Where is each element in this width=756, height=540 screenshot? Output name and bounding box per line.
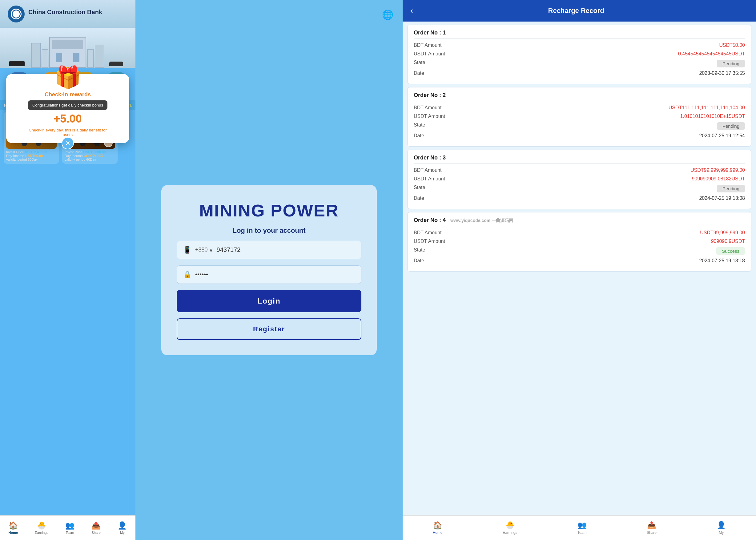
order-4-usdt-val: 909090.9USDT xyxy=(711,239,745,244)
order-3-date-row: Date 2024-07-25 19:13:08 xyxy=(414,196,745,201)
order-card-3: Order No : 3 BDT Amount USDT99,999,999,9… xyxy=(407,150,751,209)
vip3-income-label: Day Income xyxy=(64,154,83,158)
p3-home-label: Home xyxy=(433,530,442,535)
vip2-validity-val: 60Day xyxy=(28,158,38,161)
vip3-validity-val: 60Day xyxy=(86,158,96,161)
order-2-state-label: State xyxy=(414,122,451,128)
vip3-validity-label: validity period xyxy=(64,158,85,161)
order-card-1: Order No : 1 BDT Amount USDT50.00 USDT A… xyxy=(407,25,751,84)
p3-my-icon: 👤 xyxy=(716,521,726,530)
order-4-state-badge: Success xyxy=(716,247,745,255)
panel3-bottom-nav: 🏠 Home 🐣 Earnings 👥 Team 📤 Share 👤 My xyxy=(403,515,756,540)
order-4-state-label: State xyxy=(414,247,451,253)
nav-home-label: Home xyxy=(9,531,18,534)
checkin-amount: +5.00 xyxy=(54,112,81,125)
p3-nav-team[interactable]: 👥 Team xyxy=(577,521,587,535)
nav-home[interactable]: 🏠 Home xyxy=(9,521,18,534)
share-icon: 📤 xyxy=(91,521,101,530)
order-2-state-badge: Pending xyxy=(717,122,745,130)
bank-image-section: China Construction Bank xyxy=(0,0,135,68)
p3-nav-earnings[interactable]: 🐣 Earnings xyxy=(503,521,517,535)
p3-team-label: Team xyxy=(577,530,586,535)
vip2-invest-label: Invest Price xyxy=(6,150,24,154)
nav-earnings-label: Earnings xyxy=(35,531,48,534)
phone-input-group[interactable]: 📱 +880 ∨ xyxy=(177,241,361,259)
back-button[interactable]: ‹ xyxy=(410,6,413,16)
lock-icon: 🔒 xyxy=(183,271,191,279)
register-button[interactable]: Register xyxy=(177,318,361,340)
vip2-income-label: Day Income xyxy=(6,154,24,158)
nav-team[interactable]: 👥 Team xyxy=(65,521,74,534)
vip2-invest-val: USDT2,400.00 xyxy=(25,150,48,154)
password-input[interactable] xyxy=(195,271,355,278)
order-1-date-row: Date 2023-09-30 17:35:55 xyxy=(414,70,745,76)
order-3-usdt-val: 909090909.08182USDT xyxy=(692,176,745,182)
order-3-date-label: Date xyxy=(414,196,451,201)
panel-app-home: China Construction Bank 💳 Rechar xyxy=(0,0,135,540)
login-button[interactable]: Login xyxy=(177,290,361,312)
order-1-bdt-row: BDT Amount USDT50.00 xyxy=(414,43,745,48)
close-button[interactable]: ✕ xyxy=(62,137,74,149)
p3-nav-share[interactable]: 📤 Share xyxy=(647,521,657,535)
bottom-nav: 🏠 Home 🐣 Earnings 👥 Team 📤 Share 👤 My xyxy=(0,515,135,540)
phone-input[interactable] xyxy=(217,246,355,253)
p3-earnings-icon: 🐣 xyxy=(505,521,515,530)
order-3-usdt-row: USDT Amount 909090909.08182USDT xyxy=(414,176,745,182)
order-2-date-label: Date xyxy=(414,133,451,139)
checkin-title: Check-in rewards xyxy=(45,91,91,98)
checkin-modal: 🎁 Check-in rewards Congratulations get d… xyxy=(6,74,129,143)
order-1-number: Order No : 1 xyxy=(414,30,745,39)
order-2-usdt-val: 1.0101010101010E+15USDT xyxy=(680,114,745,119)
order-1-usdt-val: 0.454545454545454545USDT xyxy=(678,51,745,57)
vip2-income-val: USDT96.00 xyxy=(25,154,43,158)
gift-icon: 🎁 xyxy=(55,65,81,90)
p3-nav-my[interactable]: 👤 My xyxy=(716,521,726,535)
order-3-state-badge: Pending xyxy=(717,185,745,193)
order-4-number: Order No : 4 www.yiqucode.com 一曲源码网 xyxy=(414,217,745,226)
order-2-bdt-val: USDT111,111,111,111,111,104.00 xyxy=(669,105,745,110)
order-3-state-label: State xyxy=(414,185,451,190)
recharge-header: ‹ Recharge Record xyxy=(403,0,756,22)
order-card-2: Order No : 2 BDT Amount USDT111,111,111,… xyxy=(407,87,751,147)
home-icon: 🏠 xyxy=(9,521,18,530)
order-2-usdt-label: USDT Amount xyxy=(414,114,451,119)
order-2-state-row: State Pending xyxy=(414,122,745,130)
order-4-state-row: State Success xyxy=(414,247,745,255)
p3-home-icon: 🏠 xyxy=(433,521,442,530)
p3-share-icon: 📤 xyxy=(647,521,656,530)
nav-share[interactable]: 📤 Share xyxy=(91,521,101,534)
login-card: MINING POWER Log in to your account 📱 +8… xyxy=(161,185,377,355)
order-1-date-label: Date xyxy=(414,70,451,76)
order-2-date-row: Date 2024-07-25 19:12:54 xyxy=(414,133,745,139)
nav-earnings[interactable]: 🐣 Earnings xyxy=(35,521,48,534)
recharge-title: Recharge Record xyxy=(418,7,734,15)
p3-share-label: Share xyxy=(647,530,657,535)
nav-team-label: Team xyxy=(66,531,74,534)
order-4-bdt-row: BDT Amount USDT99,999,999.00 xyxy=(414,230,745,235)
vip3-income-val: USDT210.00 xyxy=(84,154,103,158)
order-3-date-val: 2024-07-25 19:13:08 xyxy=(699,196,745,201)
team-icon: 👥 xyxy=(65,521,74,530)
order-4-usdt-row: USDT Amount 909090.9USDT xyxy=(414,239,745,244)
order-3-bdt-label: BDT Amount xyxy=(414,168,451,173)
order-2-date-val: 2024-07-25 19:12:54 xyxy=(699,133,745,139)
p3-nav-home[interactable]: 🏠 Home xyxy=(433,521,442,535)
checkin-tooltip: Congratulations get daily checkin bonus xyxy=(28,100,107,110)
order-4-bdt-label: BDT Amount xyxy=(414,230,451,235)
panel-login: 🌐 MINING POWER Log in to your account 📱 … xyxy=(135,0,403,540)
order-1-usdt-row: USDT Amount 0.454545454545454545USDT xyxy=(414,51,745,57)
order-list: Order No : 1 BDT Amount USDT50.00 USDT A… xyxy=(403,22,756,515)
phone-icon: 📱 xyxy=(183,246,191,254)
nav-my[interactable]: 👤 My xyxy=(118,521,127,534)
vip3-invest-label: Invest Price xyxy=(64,150,82,154)
order-2-number: Order No : 2 xyxy=(414,92,745,101)
nav-share-label: Share xyxy=(92,531,101,534)
order-2-usdt-row: USDT Amount 1.0101010101010E+15USDT xyxy=(414,114,745,119)
order-3-state-row: State Pending xyxy=(414,185,745,193)
globe-button[interactable]: 🌐 xyxy=(382,9,393,20)
order-4-date-row: Date 2024-07-25 19:13:18 xyxy=(414,258,745,264)
order-card-4: Order No : 4 www.yiqucode.com 一曲源码网 BDT … xyxy=(407,212,751,272)
app-title: MINING POWER xyxy=(199,201,338,220)
order-4-date-val: 2024-07-25 19:13:18 xyxy=(699,258,745,264)
password-input-group[interactable]: 🔒 xyxy=(177,265,361,284)
